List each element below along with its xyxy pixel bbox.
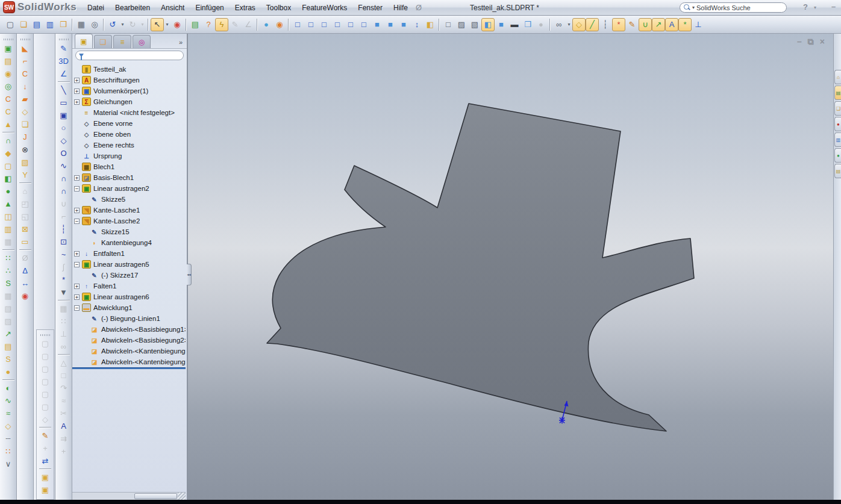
featuremanager-tab[interactable]: ▣ [75, 34, 93, 48]
normal-to-icon[interactable]: ↕ [410, 18, 424, 31]
flatten-icon[interactable]: ▭ [19, 235, 32, 248]
expand-icon[interactable]: + [74, 251, 80, 257]
panel-collapse-handle[interactable]: ◂◂ [187, 264, 192, 285]
three-point-arc-icon[interactable]: ∩ [57, 172, 70, 185]
tree-item-ebene-oben[interactable]: ◇Ebene oben [72, 129, 186, 140]
curved-hem-icon[interactable]: J [19, 131, 32, 143]
propertymanager-tab[interactable]: ❏ [94, 35, 112, 48]
corner-relief-icon[interactable]: ◱ [19, 210, 32, 223]
menu-toolbox[interactable]: Toolbox [261, 1, 296, 14]
sketch-picture-icon[interactable]: ▼ [57, 286, 70, 299]
mirror-feature-icon[interactable]: ◫ [2, 210, 15, 223]
more-features-icon[interactable]: ∨ [2, 458, 15, 470]
design-library-tab[interactable]: ▤ [834, 86, 841, 100]
expand-icon[interactable]: + [74, 99, 80, 105]
offset-entities-icon[interactable]: ≈ [57, 394, 70, 407]
tree-item-linear-austragen5[interactable]: −▣Linear austragen5 [72, 259, 186, 270]
tree-item-material-nicht-festgelegt[interactable]: ≡Material <nicht festgelegt> [72, 107, 186, 118]
revolve-cut-icon[interactable]: ◎ [2, 80, 15, 93]
view-axes-icon[interactable]: ╱ [586, 18, 599, 31]
view-right-icon[interactable]: □ [331, 18, 344, 31]
tree-item-skizze5[interactable]: ✎Skizze5 [72, 194, 186, 205]
menu-hilfe[interactable]: Hilfe [388, 1, 413, 14]
center-rectangle-icon[interactable]: ▣ [57, 109, 70, 122]
expand-icon[interactable]: + [74, 208, 80, 213]
tree-item-abwickeln-kantenbiegung[interactable]: ◪Abwickeln-<Kantenbiegung [72, 346, 186, 356]
sketch-toggle-icon[interactable]: ✎ [228, 18, 242, 31]
edit-component-2-icon[interactable]: ▣ [39, 484, 52, 496]
menu-ansicht[interactable]: Ansicht [155, 1, 190, 14]
search-box[interactable]: ▾ SolidWorks Suche [680, 2, 787, 13]
tree-item-skizze15[interactable]: ✎Skizze15 [72, 226, 186, 237]
make-assembly-from-part-icon[interactable]: ❒ [57, 18, 70, 31]
tree-item-abwickeln-basisbiegung2[interactable]: ◪Abwickeln-<Basisbiegung2> [72, 335, 186, 346]
view-coordinate-systems-icon[interactable]: ⊥ [692, 18, 705, 31]
panel-overflow-button[interactable]: » [179, 39, 186, 48]
doc-minimize-button[interactable]: – [797, 37, 802, 47]
tree-item-biegung-linien1[interactable]: ✎(-) Biegung-Linien1 [72, 313, 186, 324]
doc-close-button[interactable]: × [820, 37, 825, 47]
scrollbar-thumb[interactable] [134, 493, 177, 499]
tree-filter-input[interactable] [75, 51, 184, 60]
menu-extras[interactable]: Extras [230, 1, 261, 14]
solidworks-forum-tab[interactable]: ● [834, 117, 841, 131]
base-flange-icon[interactable]: ◣ [19, 42, 32, 55]
wrap-icon[interactable]: ▥ [2, 223, 15, 235]
tree-item-linear-austragen2[interactable]: −▣Linear austragen2 [72, 183, 186, 194]
flat-pattern-part[interactable] [267, 104, 694, 431]
view-back-icon[interactable]: □ [304, 18, 317, 31]
straight-slot-icon[interactable]: ⊡ [57, 235, 70, 248]
tree-item-abwickeln-kantenbiegung[interactable]: ◪Abwickeln-<Kantenbiegung [72, 356, 186, 367]
break-corner-icon[interactable]: ◰ [19, 198, 32, 210]
configurationmanager-tab[interactable]: ≡ [113, 35, 131, 48]
menu-bearbeiten[interactable]: Bearbeiten [110, 1, 155, 14]
save-icon[interactable]: ▤ [30, 18, 43, 31]
undo-icon[interactable]: ↺ [106, 18, 119, 31]
rebuild-icon[interactable]: ϟ [215, 18, 228, 31]
table-driven-pattern-icon[interactable]: ▦ [2, 290, 15, 302]
unfold-sheet-icon[interactable]: ⊠ [19, 223, 32, 235]
centerline-icon[interactable]: ┆ [57, 223, 70, 235]
lofted-bend-icon[interactable]: ▧ [19, 156, 32, 169]
line-icon[interactable]: ╲ [57, 84, 70, 96]
sketch-icon[interactable]: ✎ [57, 42, 70, 55]
undo-dropdown-icon[interactable]: ▾ [119, 18, 126, 31]
help-icon[interactable]: ? [202, 18, 215, 31]
boss-extrude-icon[interactable]: ▣ [2, 42, 15, 55]
redo-dropdown-icon[interactable]: ▾ [139, 18, 146, 31]
base-tab-icon[interactable]: ❏ [19, 118, 32, 131]
tree-item-volumenkörper-1[interactable]: +▣Volumenkörper(1) [72, 86, 186, 96]
mass-properties-icon[interactable]: Δ [19, 264, 32, 277]
3d-sketch-icon[interactable]: 3D [57, 55, 70, 67]
section-view-icon[interactable]: ◧ [424, 18, 437, 31]
welded-corner-icon[interactable]: ⌂ [19, 185, 32, 198]
curve-through-points-icon[interactable]: ∿ [2, 394, 15, 407]
view-3d-sketch-planes-icon[interactable]: ↗ [652, 18, 665, 31]
equation-curve-icon[interactable]: ∫ [57, 261, 70, 273]
panel-horizontal-scrollbar[interactable] [72, 492, 186, 500]
tree-item-testteil-ak[interactable]: ▮Testteil_ak [72, 64, 186, 75]
collapse-icon[interactable]: − [74, 305, 80, 311]
doc-restore-button[interactable]: ⧉ [808, 37, 814, 47]
redo-icon[interactable]: ↻ [126, 18, 139, 31]
edit-component-1-icon[interactable]: ▣ [39, 471, 52, 484]
view-origins-icon[interactable]: * [612, 18, 625, 31]
expand-icon[interactable]: + [74, 78, 80, 83]
display-shaded-with-edges-icon[interactable]: ◧ [481, 18, 495, 31]
view-isometric-icon[interactable]: ■ [370, 18, 384, 31]
chamfer-icon[interactable]: ◆ [2, 147, 15, 160]
display-wireframe-icon[interactable]: □ [442, 18, 455, 31]
search-input[interactable]: SolidWorks Suche [696, 4, 751, 11]
collapse-icon[interactable]: − [74, 219, 80, 224]
shell-icon[interactable]: ▢ [2, 160, 15, 172]
print-preview-icon[interactable]: ◎ [88, 18, 101, 31]
tree-item-ebene-vorne[interactable]: ◇Ebene vorne [72, 118, 186, 129]
expand-icon[interactable]: + [74, 175, 80, 181]
std-view-top-icon[interactable]: ▢ [39, 388, 52, 400]
expand-icon[interactable]: + [74, 284, 80, 289]
collapse-icon[interactable]: − [74, 186, 80, 191]
std-view-right-icon[interactable]: ▢ [39, 375, 52, 388]
std-view-isometric-icon[interactable]: ◇ [39, 413, 52, 426]
circle-icon[interactable]: ○ [57, 122, 70, 134]
display-hidden-lines-removed-icon[interactable]: ▧ [468, 18, 481, 31]
